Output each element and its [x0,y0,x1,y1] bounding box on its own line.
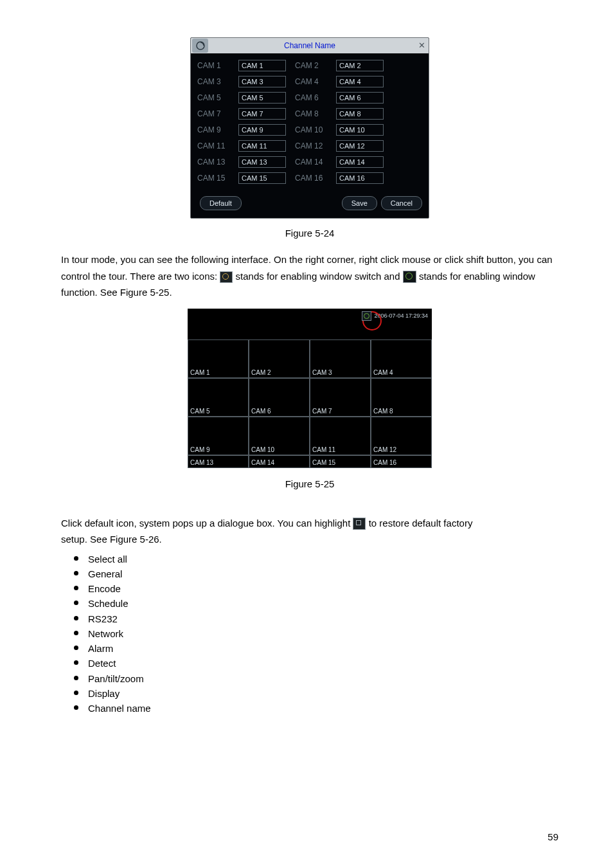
channel-input[interactable]: CAM 11 [238,140,286,152]
channel-row: CAM 13 CAM 13 CAM 14 CAM 14 [197,154,422,170]
list-item: Pan/tilt/zoom [74,671,558,686]
list-item: Channel name [74,701,558,716]
svg-point-0 [197,42,204,50]
text: In tour mode, you can see the following … [61,254,466,265]
close-icon[interactable]: ✕ [417,41,426,50]
dialog-titlebar: Channel Name ✕ [191,38,429,53]
default-button[interactable]: Default [200,196,242,210]
tour-cell: CAM 12 [371,417,432,455]
list-item: Schedule [74,596,558,611]
tour-cell: CAM 3 [310,339,371,378]
channel-input[interactable]: CAM 15 [238,172,286,184]
tour-cell: CAM 11 [310,417,371,455]
window-function-icon [403,271,416,283]
channel-label: CAM 16 [295,174,336,183]
list-item: RS232 [74,611,558,626]
channel-label: CAM 5 [197,93,238,102]
channel-label: CAM 3 [197,77,238,86]
channel-input[interactable]: CAM 4 [336,76,384,87]
channel-input[interactable]: CAM 10 [336,124,384,136]
list-item: Encode [74,581,558,596]
text: Click default icon, system pops up a dia… [61,518,353,529]
paragraph: Click default icon, system pops up a dia… [61,515,558,548]
tour-cell: CAM 6 [249,378,310,417]
tour-cell: CAM 9 [188,417,249,455]
paragraph: In tour mode, you can see the following … [61,251,558,301]
channel-label: CAM 6 [295,93,336,102]
channel-input[interactable]: CAM 6 [336,92,384,104]
tour-cell: CAM 1 [188,339,249,378]
page-number: 59 [547,831,558,842]
tour-preview: 2006-07-04 17:29:34 CAM 1 CAM 2 CAM 3 CA… [188,309,432,468]
text: setup. See Figure 5-26. [61,534,162,545]
list-item: Network [74,626,558,641]
window-switch-icon [220,271,233,283]
channel-row: CAM 7 CAM 7 CAM 8 CAM 8 [197,105,422,122]
tour-row: CAM 13 CAM 14 CAM 15 CAM 16 [188,455,432,468]
save-button[interactable]: Save [342,196,377,210]
tour-cell: CAM 15 [310,455,371,468]
channel-label: CAM 11 [197,141,238,150]
dialog-buttons: Default Save Cancel [191,192,429,218]
channel-label: CAM 13 [197,158,238,167]
list-item: Select all [74,552,558,566]
channel-input[interactable]: CAM 13 [238,156,286,168]
tour-cell: CAM 2 [249,339,310,378]
tour-topbar: 2006-07-04 17:29:34 [188,309,432,339]
channel-input[interactable]: CAM 8 [336,108,384,120]
cancel-button[interactable]: Cancel [381,196,422,210]
channel-row: CAM 11 CAM 11 CAM 12 CAM 12 [197,138,422,154]
tour-cell: CAM 4 [371,339,432,378]
tour-cell: CAM 8 [371,378,432,417]
tour-row: CAM 5 CAM 6 CAM 7 CAM 8 [188,378,432,417]
app-logo-icon [192,39,208,53]
dialog-title: Channel Name [284,41,335,50]
list-item: Alarm [74,641,558,656]
channel-label: CAM 15 [197,174,238,183]
list-item: Display [74,686,558,701]
tour-row: CAM 9 CAM 10 CAM 11 CAM 12 [188,417,432,455]
tour-cell: CAM 14 [249,455,310,468]
channel-input[interactable]: CAM 2 [336,60,384,71]
channel-label: CAM 12 [295,141,336,150]
channel-input[interactable]: CAM 12 [336,140,384,152]
channel-row: CAM 3 CAM 3 CAM 4 CAM 4 [197,73,422,89]
highlight-icon [353,518,366,530]
tour-clock: 2006-07-04 17:29:34 [374,312,428,319]
tour-cell: CAM 10 [249,417,310,455]
list-item: Detect [74,656,558,671]
channel-row: CAM 5 CAM 5 CAM 6 CAM 6 [197,89,422,105]
channel-label: CAM 4 [295,77,336,86]
channel-label: CAM 2 [295,61,336,70]
tour-row: CAM 1 CAM 2 CAM 3 CAM 4 [188,339,432,378]
dialog-body: CAM 1 CAM 1 CAM 2 CAM 2 CAM 3 CAM 3 CAM … [191,53,429,192]
tour-status-icon [362,311,371,321]
tour-cell: CAM 7 [310,378,371,417]
channel-input[interactable]: CAM 1 [238,60,286,71]
text: and [384,271,403,282]
text: to restore default factory [369,518,473,529]
channel-input[interactable]: CAM 7 [238,108,286,120]
figure-caption: Figure 5-25 [61,478,558,489]
channel-input[interactable]: CAM 9 [238,124,286,136]
channel-input[interactable]: CAM 16 [336,172,384,184]
channel-row: CAM 15 CAM 15 CAM 16 CAM 16 [197,170,422,186]
channel-label: CAM 7 [197,109,238,118]
bullet-list: Select all General Encode Schedule RS232… [61,552,558,716]
channel-name-dialog: Channel Name ✕ CAM 1 CAM 1 CAM 2 CAM 2 C… [190,37,429,219]
channel-input[interactable]: CAM 3 [238,76,286,87]
tour-cell: CAM 13 [188,455,249,468]
text: stands for enabling window switch [236,271,384,282]
channel-label: CAM 1 [197,61,238,70]
channel-row: CAM 9 CAM 9 CAM 10 CAM 10 [197,122,422,138]
figure-caption: Figure 5-24 [61,228,558,239]
channel-input[interactable]: CAM 14 [336,156,384,168]
tour-cell: CAM 16 [371,455,432,468]
tour-cell: CAM 5 [188,378,249,417]
channel-row: CAM 1 CAM 1 CAM 2 CAM 2 [197,57,422,73]
channel-label: CAM 14 [295,158,336,167]
channel-label: CAM 8 [295,109,336,118]
channel-input[interactable]: CAM 5 [238,92,286,104]
channel-label: CAM 9 [197,125,238,134]
channel-label: CAM 10 [295,125,336,134]
